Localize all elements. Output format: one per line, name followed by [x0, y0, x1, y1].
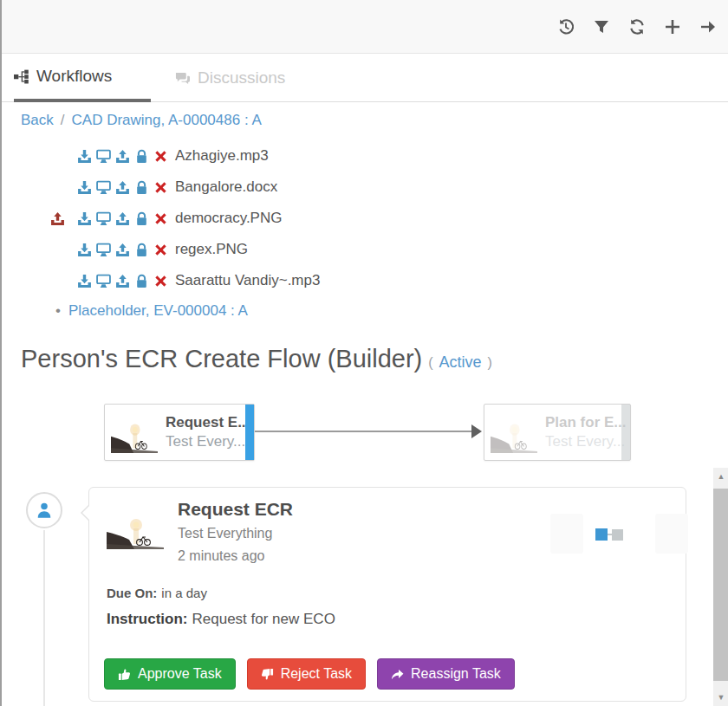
placeholder-item: • Placeholder, EV-000004 : A	[55, 298, 248, 324]
breadcrumb: Back / CAD Drawing, A-0000486 : A	[21, 112, 262, 129]
desktop-icon[interactable]	[96, 211, 111, 226]
task-photo-thumbnail	[491, 411, 537, 453]
upload-icon[interactable]	[115, 211, 130, 226]
task-card: Request ECR Test Everything 2 minutes ag…	[88, 487, 686, 702]
thumbs-down-icon	[261, 668, 274, 681]
lock-icon[interactable]	[134, 211, 149, 226]
desktop-icon[interactable]	[96, 180, 111, 195]
lock-icon[interactable]	[134, 274, 149, 288]
breadcrumb-current-link[interactable]: CAD Drawing, A-0000486 : A	[72, 112, 262, 129]
upload-icon[interactable]	[115, 274, 130, 288]
flow-node-title: Plan for E...	[545, 413, 627, 432]
remove-icon[interactable]	[153, 211, 168, 226]
remove-icon[interactable]	[153, 180, 168, 195]
file-actions	[2, 274, 168, 288]
flow-node-title: Request E...	[166, 413, 250, 432]
remove-icon[interactable]	[153, 243, 168, 257]
download-icon[interactable]	[77, 149, 92, 164]
flow-node-request-ecr[interactable]: Request E... Test Every...	[104, 404, 255, 461]
instruction-label: Instruction:	[107, 611, 188, 627]
toolbar	[2, 0, 728, 54]
workflow-status-link[interactable]: Active	[439, 353, 482, 372]
instruction-line: Instruction:Request for new ECO	[107, 611, 335, 628]
approve-task-button[interactable]: Approve Task	[104, 658, 236, 690]
upload-icon[interactable]	[115, 243, 130, 257]
minimap-pending-node[interactable]	[612, 529, 623, 541]
task-actions: Approve Task Reject Task Reassign Task	[104, 658, 515, 690]
flow-node-plan-for-eco[interactable]: Plan for E... Test Every...	[484, 404, 631, 461]
upload-icon[interactable]	[115, 149, 130, 164]
reassign-arrow-icon	[391, 668, 404, 681]
tab-discussions[interactable]: Discussions	[175, 54, 285, 102]
next-step-ghost-button[interactable]	[655, 514, 688, 554]
prev-step-ghost-button[interactable]	[550, 514, 583, 554]
file-actions	[2, 211, 168, 226]
scrollbar-thumb[interactable]	[713, 489, 728, 681]
remove-icon[interactable]	[153, 149, 168, 164]
assignee-avatar	[26, 492, 62, 528]
flow-node-subtitle: Test Every...	[545, 432, 627, 451]
scroll-down-arrow[interactable]: ▼	[713, 690, 728, 704]
download-icon[interactable]	[77, 211, 92, 226]
flow-node-subtitle: Test Every...	[166, 432, 250, 451]
flow-node-content: Request E... Test Every...	[105, 405, 254, 460]
reassign-task-label: Reassign Task	[411, 666, 501, 682]
scrollbar[interactable]: ▲ ▼	[713, 468, 728, 706]
task-timestamp: 2 minutes ago	[178, 548, 265, 564]
flow-connector-line	[255, 431, 473, 432]
file-actions	[2, 149, 168, 164]
card-pointer-fill	[82, 506, 89, 520]
back-link[interactable]: Back	[21, 112, 54, 129]
tab-bar: Workflows Discussions	[2, 54, 728, 102]
filter-icon[interactable]	[592, 17, 610, 36]
active-node-indicator	[245, 405, 254, 460]
minimap-active-node[interactable]	[595, 528, 608, 541]
flow-minimap	[595, 528, 623, 541]
scroll-up-arrow[interactable]: ▲	[713, 470, 728, 483]
status-close-paren: )	[488, 355, 492, 371]
file-list: Azhagiye.mp3 Bangalore.docx democracy.P	[2, 140, 522, 296]
due-on-line: Due On:in a day	[107, 586, 207, 600]
download-icon[interactable]	[77, 180, 92, 195]
tab-workflows-label: Workflows	[36, 67, 112, 86]
timeline-line	[43, 530, 45, 706]
remove-icon[interactable]	[153, 274, 168, 288]
workflow-heading: Person's ECR Create Flow (Builder) ( Act…	[21, 345, 492, 373]
desktop-icon[interactable]	[96, 243, 111, 257]
instruction-value: Request for new ECO	[192, 611, 335, 627]
tab-workflows[interactable]: Workflows	[14, 54, 151, 102]
task-photo-thumbnail	[107, 506, 164, 549]
task-photo-thumbnail	[111, 411, 158, 453]
flow-node-text: Plan for E... Test Every...	[545, 413, 627, 451]
file-row: democracy.PNG	[2, 203, 522, 234]
desktop-icon[interactable]	[96, 274, 111, 288]
reject-task-button[interactable]: Reject Task	[247, 658, 366, 690]
desktop-icon[interactable]	[96, 149, 111, 164]
workflow-panel: Workflows Discussions Back / CAD Drawing…	[0, 0, 728, 706]
discussions-icon	[175, 71, 190, 86]
task-subtitle: Test Everything	[178, 526, 272, 541]
pending-upload-icon[interactable]	[50, 211, 65, 226]
workflow-title: Person's ECR Create Flow (Builder)	[21, 345, 422, 373]
forward-icon[interactable]	[699, 17, 717, 36]
task-title: Request ECR	[178, 499, 293, 520]
placeholder-link[interactable]: Placeholder, EV-000004 : A	[68, 302, 248, 320]
workflow-icon	[14, 69, 29, 84]
download-icon[interactable]	[77, 274, 92, 288]
add-icon[interactable]	[663, 17, 681, 36]
person-icon	[36, 502, 53, 519]
refresh-icon[interactable]	[627, 17, 646, 36]
download-icon[interactable]	[77, 243, 92, 257]
lock-icon[interactable]	[134, 180, 149, 195]
upload-icon[interactable]	[115, 180, 130, 195]
flow-connector-arrowhead	[471, 424, 482, 438]
reject-task-label: Reject Task	[281, 666, 352, 682]
lock-icon[interactable]	[134, 243, 149, 257]
flow-node-content: Plan for E... Test Every...	[484, 405, 630, 460]
lock-icon[interactable]	[134, 149, 149, 164]
flow-node-text: Request E... Test Every...	[166, 413, 250, 451]
file-name: Bangalore.docx	[175, 178, 277, 196]
pending-node-indicator	[621, 405, 630, 460]
history-icon[interactable]	[556, 17, 575, 36]
reassign-task-button[interactable]: Reassign Task	[377, 658, 515, 690]
